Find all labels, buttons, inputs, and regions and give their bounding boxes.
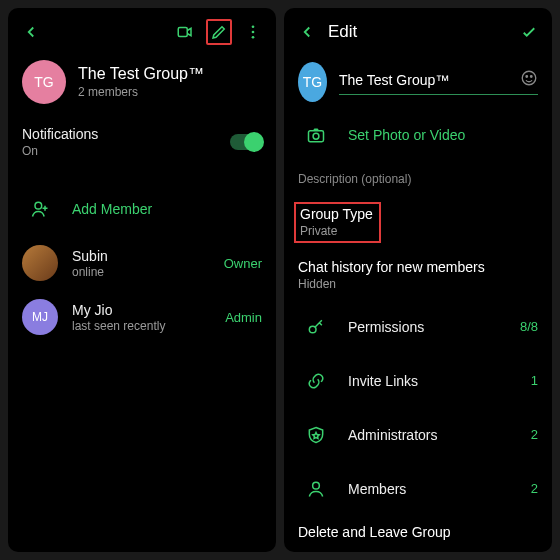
delete-group-row[interactable]: Delete and Leave Group (284, 516, 552, 548)
group-type-row[interactable]: Group Type Private (284, 194, 552, 251)
svg-point-6 (526, 76, 528, 78)
member-avatar: MJ (22, 299, 58, 335)
administrators-label: Administrators (348, 427, 517, 443)
group-header: TG The Test Group™ 2 members (8, 52, 276, 116)
svg-point-4 (35, 202, 42, 209)
chat-history-value: Hidden (298, 277, 538, 291)
group-type-value: Private (300, 224, 373, 238)
svg-point-3 (252, 36, 255, 39)
set-photo-row[interactable]: Set Photo or Video (284, 108, 552, 162)
edit-header: TG (284, 52, 552, 108)
screen-title: Edit (328, 22, 357, 42)
more-menu-icon[interactable] (240, 19, 266, 45)
member-name: My Jio (72, 302, 211, 318)
group-avatar[interactable]: TG (298, 62, 327, 102)
confirm-check-icon[interactable] (516, 19, 542, 45)
group-member-count: 2 members (78, 85, 204, 99)
administrators-value: 2 (531, 427, 538, 442)
member-avatar (22, 245, 58, 281)
shield-icon (298, 417, 334, 453)
member-row[interactable]: Subin online Owner (8, 236, 276, 290)
group-info-screen: TG The Test Group™ 2 members Notificatio… (8, 8, 276, 552)
add-member-row[interactable]: Add Member (8, 182, 276, 236)
notifications-row[interactable]: Notifications On (8, 116, 276, 168)
set-photo-label: Set Photo or Video (348, 127, 538, 143)
description-placeholder: Description (optional) (298, 172, 538, 186)
topbar-left (8, 12, 276, 52)
svg-point-9 (313, 133, 319, 139)
key-icon (298, 309, 334, 345)
group-name: The Test Group™ (78, 65, 204, 83)
add-member-label: Add Member (72, 201, 262, 217)
chat-history-label: Chat history for new members (298, 259, 538, 275)
svg-point-7 (531, 76, 533, 78)
back-arrow-icon[interactable] (18, 19, 44, 45)
member-status: online (72, 265, 210, 279)
permissions-value: 8/8 (520, 319, 538, 334)
invite-links-row[interactable]: Invite Links 1 (284, 354, 552, 408)
svg-rect-0 (178, 28, 187, 37)
user-icon (298, 471, 334, 507)
topbar-right: Edit (284, 12, 552, 52)
svg-point-10 (309, 326, 316, 333)
member-role: Owner (224, 256, 262, 271)
member-role: Admin (225, 310, 262, 325)
member-name: Subin (72, 248, 210, 264)
add-member-icon (22, 191, 58, 227)
svg-point-5 (522, 71, 536, 85)
description-field[interactable]: Description (optional) (284, 162, 552, 194)
camera-icon (298, 117, 334, 153)
group-name-input[interactable] (339, 72, 514, 88)
notifications-state: On (22, 144, 230, 158)
delete-group-label: Delete and Leave Group (298, 524, 538, 540)
link-icon (298, 363, 334, 399)
members-label: Members (348, 481, 517, 497)
member-status: last seen recently (72, 319, 211, 333)
invite-links-value: 1 (531, 373, 538, 388)
member-row[interactable]: MJ My Jio last seen recently Admin (8, 290, 276, 344)
group-avatar[interactable]: TG (22, 60, 66, 104)
group-type-label: Group Type (300, 206, 373, 222)
notifications-toggle[interactable] (230, 134, 262, 150)
members-value: 2 (531, 481, 538, 496)
svg-point-11 (313, 482, 320, 489)
edit-group-screen: Edit TG Set Photo or Video Description (… (284, 8, 552, 552)
chat-history-row[interactable]: Chat history for new members Hidden (284, 251, 552, 299)
svg-point-1 (252, 25, 255, 28)
back-arrow-icon[interactable] (294, 19, 320, 45)
edit-pencil-icon[interactable] (206, 19, 232, 45)
svg-rect-8 (309, 131, 324, 142)
notifications-label: Notifications (22, 126, 230, 142)
permissions-row[interactable]: Permissions 8/8 (284, 300, 552, 354)
emoji-icon[interactable] (520, 69, 538, 90)
video-chat-icon[interactable] (172, 19, 198, 45)
administrators-row[interactable]: Administrators 2 (284, 408, 552, 462)
members-row[interactable]: Members 2 (284, 462, 552, 516)
permissions-label: Permissions (348, 319, 506, 335)
svg-point-2 (252, 31, 255, 34)
invite-links-label: Invite Links (348, 373, 517, 389)
